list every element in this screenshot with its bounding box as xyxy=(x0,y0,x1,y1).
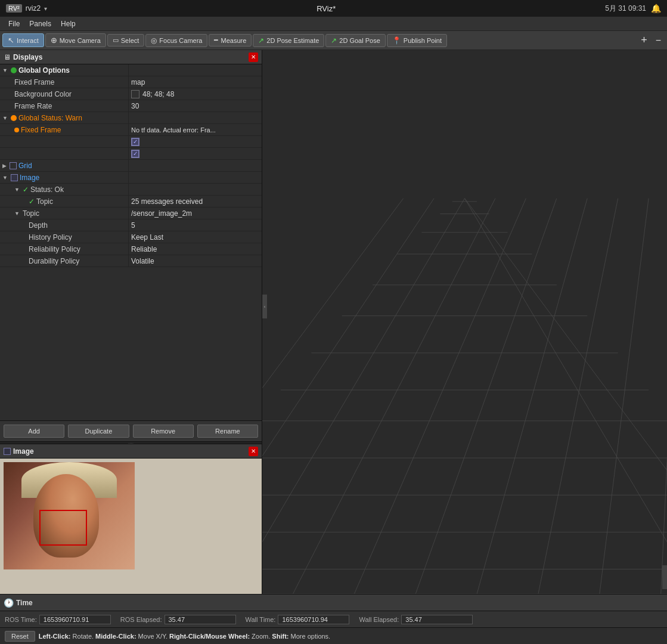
reliability-policy-value: Reliable xyxy=(131,245,157,253)
time-panel: 🕐 Time xyxy=(0,594,667,611)
interact-label: Interact xyxy=(17,37,39,44)
global-options-label-col: ▼ Global Options xyxy=(0,64,129,76)
2d-goal-label: 2D Goal Pose xyxy=(339,37,380,44)
status-topic-value-col: 25 messages received xyxy=(129,196,262,207)
image-panel-title: Image xyxy=(13,447,34,456)
selection-rect xyxy=(39,510,87,546)
wall-time-label: Wall Time: xyxy=(246,616,276,623)
publish-point-button[interactable]: 📍 Publish Point xyxy=(387,34,447,47)
remove-button[interactable]: Remove xyxy=(133,425,194,438)
checkbox1[interactable] xyxy=(131,138,139,146)
wall-time-value[interactable]: 1653960710.94 xyxy=(278,615,349,624)
rename-button[interactable]: Rename xyxy=(197,425,258,438)
collapse-handle[interactable]: ‹ xyxy=(262,295,267,318)
frame-rate-row[interactable]: Frame Rate 30 xyxy=(0,100,262,112)
image-panel-header-left: Image xyxy=(4,447,34,456)
history-policy-label: History Policy xyxy=(29,233,72,242)
status-topic-row[interactable]: ✓ Topic 25 messages received xyxy=(0,196,262,208)
global-status-fixed-frame-value: No tf data. Actual error: Fra... xyxy=(131,126,216,134)
image-expand[interactable]: ▼ xyxy=(2,175,8,181)
menu-file[interactable]: File xyxy=(4,18,24,29)
image-topic-label: Topic xyxy=(23,209,39,218)
toolbar-plus[interactable]: + xyxy=(637,33,651,48)
global-status-expand: ▼ xyxy=(2,115,8,121)
buttons-area: Add Duplicate Remove Rename xyxy=(0,420,262,441)
toolbar-minus[interactable]: − xyxy=(652,34,665,47)
checkmark-green2: ✓ xyxy=(29,197,35,206)
move-camera-button[interactable]: ⊕ Move Camera xyxy=(45,33,106,47)
durability-policy-label: Durability Policy xyxy=(29,257,79,265)
fixed-frame-label: Fixed Frame xyxy=(14,78,54,86)
fixed-frame-row[interactable]: Fixed Frame map xyxy=(0,76,262,88)
measure-icon: ━ xyxy=(214,36,218,44)
select-button[interactable]: ▭ Select xyxy=(107,34,145,47)
hint-text: Left-Click: Rotate. Middle-Click: Move X… xyxy=(39,633,330,640)
displays-header: 🖥 Displays ✕ xyxy=(0,50,262,64)
image-status-value-col xyxy=(129,184,262,195)
ros-elapsed-value[interactable]: 35.47 xyxy=(165,615,236,624)
depth-label: Depth xyxy=(29,221,48,230)
duplicate-button[interactable]: Duplicate xyxy=(68,425,129,438)
interact-button[interactable]: ↖ Interact xyxy=(2,33,44,47)
rviz-logo: RV² xyxy=(6,4,22,13)
status-bar: ROS Time: 1653960710.91 ROS Elapsed: 35.… xyxy=(0,611,667,627)
image-topic-expand[interactable]: ▼ xyxy=(14,210,20,216)
grid-row[interactable]: ▶ Grid xyxy=(0,160,262,172)
ros-time-value[interactable]: 1653960710.91 xyxy=(39,615,111,624)
reset-button[interactable]: Reset xyxy=(5,631,35,642)
image-topic-label-col: ▼ Topic xyxy=(0,208,129,219)
grid-vis-icon xyxy=(10,162,17,169)
wall-elapsed-value[interactable]: 35.47 xyxy=(401,615,473,624)
measure-label: Measure xyxy=(221,37,246,44)
displays-close-button[interactable]: ✕ xyxy=(249,52,258,62)
image-status-row[interactable]: ▼ ✓ Status: Ok xyxy=(0,184,262,196)
global-status-row[interactable]: ▼ Global Status: Warn xyxy=(0,112,262,124)
reliability-policy-row[interactable]: Reliability Policy Reliable xyxy=(0,243,262,255)
reliability-policy-label-col: Reliability Policy xyxy=(0,243,129,255)
global-status-fixed-frame-row[interactable]: Fixed Frame No tf data. Actual error: Fr… xyxy=(0,124,262,136)
image-panel-close-button[interactable]: ✕ xyxy=(249,447,258,456)
left-panel: 🖥 Displays ✕ ▼ Global Options xyxy=(0,50,262,594)
add-button[interactable]: Add xyxy=(4,425,64,438)
durability-policy-row[interactable]: Durability Policy Volatile xyxy=(0,255,262,267)
time-label: Time xyxy=(16,599,33,607)
history-policy-row[interactable]: History Policy Keep Last xyxy=(0,231,262,243)
frame-rate-value: 30 xyxy=(131,102,139,110)
grid-label: Grid xyxy=(18,162,32,170)
global-status-value-col xyxy=(129,112,262,123)
global-status-fixed-frame-label: Fixed Frame xyxy=(21,126,61,134)
image-row[interactable]: ▼ Image xyxy=(0,172,262,184)
focus-camera-icon: ◎ xyxy=(151,36,157,45)
menubar: File Panels Help xyxy=(0,17,667,31)
image-panel-icon xyxy=(4,448,11,455)
checkbox2[interactable] xyxy=(131,150,139,158)
2d-goal-button[interactable]: ↗ 2D Goal Pose xyxy=(325,34,385,47)
image-topic-row[interactable]: ▼ Topic /sensor_image_2m xyxy=(0,208,262,219)
fixed-frame-value: map xyxy=(131,78,145,86)
grid-expand[interactable]: ▶ xyxy=(2,163,7,169)
focus-camera-button[interactable]: ◎ Focus Camera xyxy=(145,34,207,47)
image-status-label-col: ▼ ✓ Status: Ok xyxy=(0,184,129,195)
background-color-swatch[interactable] xyxy=(131,90,139,98)
wall-elapsed-field: Wall Elapsed: 35.47 xyxy=(359,615,473,624)
dropdown-icon[interactable]: ▾ xyxy=(44,5,47,12)
2d-pose-label: 2D Pose Estimate xyxy=(266,37,319,44)
3d-viewport[interactable]: ‹ xyxy=(262,50,667,594)
measure-button[interactable]: ━ Measure xyxy=(209,34,252,47)
menu-panels[interactable]: Panels xyxy=(24,18,56,29)
frame-rate-label-col: Frame Rate xyxy=(0,100,129,112)
clock-icon: 🕐 xyxy=(4,598,14,608)
background-color-value-col: 48; 48; 48 xyxy=(129,88,262,100)
durability-policy-value-col: Volatile xyxy=(129,255,262,267)
wall-elapsed-label: Wall Elapsed: xyxy=(359,616,399,623)
background-color-row[interactable]: Background Color 48; 48; 48 xyxy=(0,88,262,100)
2d-pose-button[interactable]: ↗ 2D Pose Estimate xyxy=(253,34,324,47)
global-options-row[interactable]: ▼ Global Options xyxy=(0,64,262,76)
datetime: 5月 31 09:31 xyxy=(605,4,646,14)
app-name[interactable]: rviz2 xyxy=(26,4,41,13)
select-label: Select xyxy=(121,37,139,44)
menu-help[interactable]: Help xyxy=(56,18,80,29)
fixed-frame-value-col: map xyxy=(129,76,262,88)
depth-row[interactable]: Depth 5 xyxy=(0,219,262,231)
scroll-handle[interactable] xyxy=(662,565,667,589)
